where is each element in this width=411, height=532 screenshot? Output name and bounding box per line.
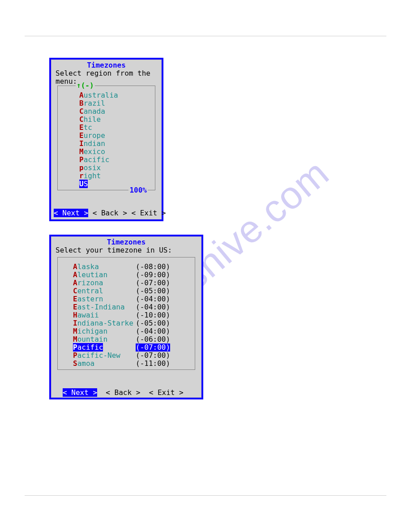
- timezone-item[interactable]: Aleutian(-09:00): [73, 271, 195, 279]
- item-label: ountain: [77, 335, 107, 343]
- timezone-item[interactable]: East-Indiana(-04:00): [73, 303, 195, 311]
- hotkey: H: [73, 311, 77, 319]
- timezone-item[interactable]: Indiana-Starke(-05:00): [73, 319, 195, 327]
- region-item[interactable]: Mexico: [79, 148, 155, 156]
- timezones-us-dialog: Timezones Select your timezone in US: Al…: [49, 235, 203, 399]
- region-item[interactable]: Etc: [79, 124, 155, 132]
- timezone-item[interactable]: Central(-05:00): [73, 287, 195, 295]
- hotkey: C: [79, 115, 84, 124]
- region-list[interactable]: AustraliaBrazilCanadaChileEtcEuropeIndia…: [58, 90, 155, 189]
- item-label: ustralia: [84, 91, 118, 99]
- hotkey: M: [79, 147, 84, 156]
- hotkey: A: [79, 91, 84, 99]
- region-item[interactable]: Canada: [79, 107, 155, 116]
- item-label: anada: [84, 107, 105, 116]
- item-label: ight: [84, 172, 101, 180]
- utc-offset: (-07:00): [136, 352, 170, 360]
- region-list-frame: ↑(-) AustraliaBrazilCanadaChileEtcEurope…: [57, 86, 155, 190]
- scroll-percent: 100%: [128, 186, 148, 194]
- hotkey: E: [79, 131, 84, 140]
- hotkey: B: [79, 99, 84, 107]
- timezones-region-dialog: Timezones Select region from the menu: ↑…: [49, 58, 163, 221]
- dialog-prompt: Select your timezone in US:: [54, 246, 199, 254]
- hotkey: A: [73, 262, 77, 271]
- hotkey: A: [73, 270, 77, 279]
- item-label: acific-New: [77, 351, 120, 360]
- dialog-panel: Timezones Select your timezone in US: Al…: [51, 236, 201, 398]
- timezone-item[interactable]: Pacific-New(-07:00): [73, 352, 195, 360]
- utc-offset: (-04:00): [136, 295, 170, 303]
- hotkey: P: [79, 155, 84, 164]
- item-label: acific: [77, 343, 103, 352]
- item-label: exico: [84, 147, 105, 156]
- item-label: urope: [84, 131, 105, 140]
- hotkey: E: [79, 123, 84, 132]
- utc-offset: (-04:00): [136, 327, 170, 335]
- hotkey: r: [79, 172, 84, 180]
- timezone-item[interactable]: Hawaii(-10:00): [73, 311, 195, 319]
- item-label: ndian: [84, 139, 105, 148]
- dialog-buttons: < Next > < Back > < Exit >: [54, 201, 159, 225]
- hotkey: I: [73, 319, 77, 327]
- item-label: entral: [77, 287, 103, 295]
- scroll-up-indicator: ↑(-): [76, 82, 95, 90]
- hotkey: C: [79, 107, 84, 116]
- region-item[interactable]: Chile: [79, 116, 155, 124]
- timezone-list[interactable]: Alaska(-08:00)Aleutian(-09:00)Arizona(-0…: [58, 262, 195, 369]
- timezone-item[interactable]: Alaska(-08:00): [73, 263, 195, 271]
- timezone-item[interactable]: Mountain(-06:00): [73, 335, 195, 343]
- page: manualshive.com Timezones Select region …: [0, 0, 411, 532]
- timezone-item[interactable]: Eastern(-04:00): [73, 295, 195, 303]
- region-item[interactable]: Indian: [79, 140, 155, 148]
- item-label: tc: [84, 123, 92, 132]
- dialog-title: Timezones: [54, 61, 159, 69]
- hotkey: P: [73, 343, 77, 352]
- region-item[interactable]: Brazil: [79, 99, 155, 107]
- back-button[interactable]: < Back >: [106, 388, 140, 397]
- utc-offset: (-04:00): [136, 303, 170, 311]
- item-label: awaii: [77, 311, 99, 319]
- timezone-item[interactable]: Arizona(-07:00): [73, 279, 195, 287]
- hotkey: A: [73, 279, 77, 287]
- hotkey: p: [79, 163, 84, 172]
- region-item[interactable]: Europe: [79, 132, 155, 140]
- dialog-panel: Timezones Select region from the menu: ↑…: [51, 60, 162, 219]
- item-label: leutian: [77, 270, 107, 279]
- item-label: hile: [84, 115, 101, 124]
- hotkey: E: [73, 295, 77, 303]
- hotkey: P: [73, 351, 77, 360]
- item-label: razil: [84, 99, 105, 107]
- exit-button[interactable]: < Exit >: [149, 388, 184, 397]
- exit-button[interactable]: < Exit >: [131, 209, 166, 217]
- utc-offset: (-09:00): [136, 271, 170, 279]
- page-divider-bottom: [25, 495, 386, 496]
- region-item[interactable]: Pacific: [79, 156, 155, 164]
- item-label: amoa: [77, 359, 95, 368]
- back-button[interactable]: < Back >: [93, 209, 127, 217]
- next-button[interactable]: < Next >: [54, 209, 88, 217]
- hotkey: C: [73, 287, 77, 295]
- region-item[interactable]: right: [79, 172, 155, 180]
- hotkey: E: [73, 303, 77, 311]
- utc-offset: (-10:00): [136, 311, 170, 319]
- dialog-buttons: < Next > < Back > < Exit >: [54, 381, 199, 405]
- next-button[interactable]: < Next >: [63, 388, 97, 397]
- dialog-prompt: Select region from the menu:: [54, 69, 159, 86]
- item-label: ichigan: [77, 327, 107, 335]
- utc-offset: (-05:00): [136, 319, 170, 327]
- hotkey: I: [79, 139, 84, 148]
- timezone-item[interactable]: Michigan(-04:00): [73, 327, 195, 335]
- region-item[interactable]: Australia: [79, 91, 155, 99]
- utc-offset: (-07:00): [136, 279, 170, 287]
- utc-offset: (-07:00): [136, 343, 170, 352]
- item-label: astern: [77, 295, 103, 303]
- hotkey: U: [79, 180, 84, 188]
- timezone-item[interactable]: Pacific(-07:00): [73, 343, 195, 352]
- hotkey: M: [73, 335, 77, 343]
- utc-offset: (-08:00): [136, 263, 170, 271]
- region-item[interactable]: posix: [79, 164, 155, 172]
- hotkey: S: [73, 359, 77, 368]
- timezone-item[interactable]: Samoa(-11:00): [73, 360, 195, 368]
- item-label: acific: [84, 155, 110, 164]
- page-divider-top: [25, 36, 386, 36]
